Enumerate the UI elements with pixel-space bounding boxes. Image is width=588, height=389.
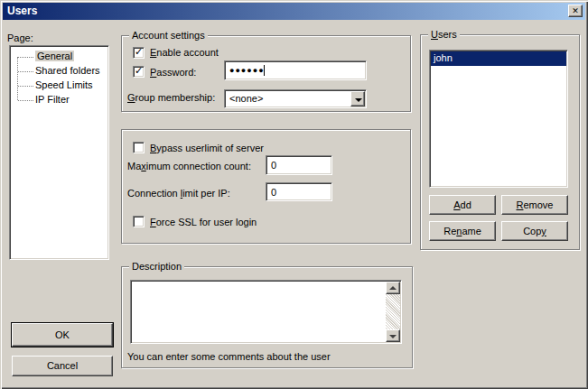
enable-account-label: Enable account xyxy=(150,47,219,59)
tree-item-label: Shared folders xyxy=(35,65,100,76)
max-connections-value: 0 xyxy=(271,157,276,173)
rename-user-button[interactable]: Rename xyxy=(429,221,496,241)
tree-item-label: General xyxy=(35,51,74,61)
enable-account-checkbox[interactable] xyxy=(133,47,145,59)
scroll-down-button[interactable] xyxy=(386,329,400,342)
description-value xyxy=(133,282,384,341)
account-settings-title: Account settings xyxy=(129,30,208,42)
tree-item-general[interactable]: General xyxy=(10,50,107,64)
group-membership-label: Group membership: xyxy=(127,92,215,104)
users-group: Users john Add Remove Rename Copy xyxy=(420,34,580,250)
tree-item-shared-folders[interactable]: Shared folders xyxy=(10,64,107,79)
scroll-up-button[interactable] xyxy=(386,282,400,294)
window-title: Users xyxy=(3,3,585,19)
copy-user-button[interactable]: Copy xyxy=(501,221,568,241)
arrow-up-icon xyxy=(389,286,397,290)
password-input[interactable]: ●●●●●● xyxy=(224,60,367,80)
users-dialog: Users ✕ Page: General Shared folders Spe… xyxy=(0,0,588,389)
vertical-scrollbar[interactable] xyxy=(386,282,400,342)
dropdown-button[interactable] xyxy=(350,91,365,107)
arrow-down-icon xyxy=(389,335,397,338)
tree-item-label: IP Filter xyxy=(35,94,70,105)
force-ssl-label: Force SSL for user login xyxy=(150,217,257,228)
title-bar[interactable]: Users ✕ xyxy=(3,3,585,20)
ip-limit-value: 0 xyxy=(271,184,276,200)
group-membership-value: <none> xyxy=(229,91,263,107)
password-checkbox[interactable] xyxy=(133,66,145,78)
ip-limit-label: Connection limit per IP: xyxy=(127,188,230,199)
list-item-john[interactable]: john xyxy=(431,51,566,66)
password-label: Password: xyxy=(150,67,196,79)
tree-item-speed-limits[interactable]: Speed Limits xyxy=(10,79,107,93)
users-title: Users xyxy=(428,29,460,41)
description-textarea[interactable] xyxy=(130,280,402,344)
description-group: Description You can enter some comments … xyxy=(121,266,413,368)
tree-item-ip-filter[interactable]: IP Filter xyxy=(10,93,107,107)
max-connections-label: Maximum connection count: xyxy=(127,161,251,172)
close-icon[interactable]: ✕ xyxy=(568,5,583,17)
page-tree[interactable]: General Shared folders Speed Limits IP F… xyxy=(9,45,109,260)
description-title: Description xyxy=(129,261,184,273)
bypass-userlimit-checkbox[interactable] xyxy=(133,142,145,153)
account-settings-group: Account settings Enable account Password… xyxy=(121,35,411,112)
ip-limit-input[interactable]: 0 xyxy=(266,182,332,201)
max-connections-input[interactable]: 0 xyxy=(266,155,332,175)
users-listbox[interactable]: john xyxy=(429,50,568,188)
page-list-label: Page: xyxy=(7,32,33,44)
ok-button[interactable]: OK xyxy=(12,323,113,347)
cancel-button[interactable]: Cancel xyxy=(12,356,113,376)
user-name: john xyxy=(434,52,453,63)
description-hint: You can enter some comments about the us… xyxy=(127,351,331,362)
group-membership-select[interactable]: <none> xyxy=(224,89,367,108)
password-value: ●●●●●● xyxy=(229,62,265,79)
connection-limits-group: Bypass userlimit of server Maximum conne… xyxy=(121,129,411,244)
add-user-button[interactable]: Add xyxy=(429,195,496,215)
chevron-down-icon xyxy=(355,98,362,102)
bypass-userlimit-label: Bypass userlimit of server xyxy=(150,143,264,154)
remove-user-button[interactable]: Remove xyxy=(501,195,568,215)
text-caret xyxy=(264,65,265,76)
tree-item-label: Speed Limits xyxy=(35,79,93,90)
force-ssl-checkbox[interactable] xyxy=(133,216,145,227)
